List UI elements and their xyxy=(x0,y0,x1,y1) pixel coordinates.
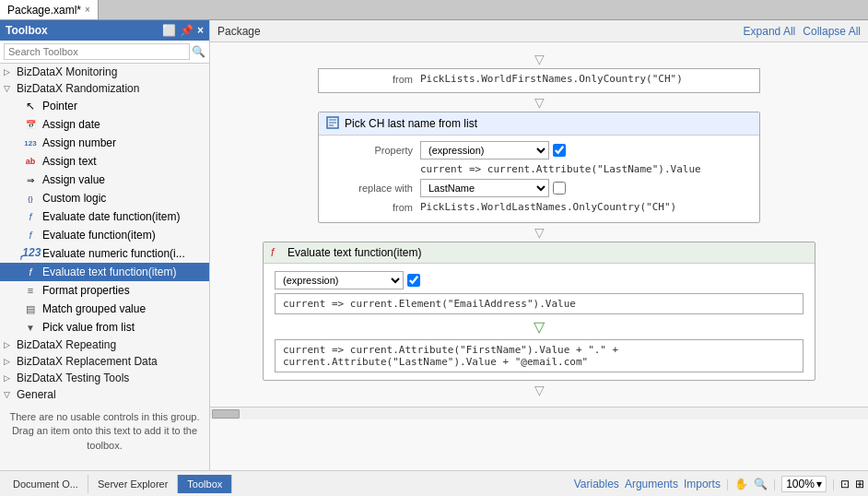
property-select[interactable]: (expression) xyxy=(420,141,549,159)
eval-expression-select[interactable]: (expression) xyxy=(275,271,404,289)
from-label-top: from xyxy=(330,74,413,85)
close-icon[interactable]: × xyxy=(197,24,204,37)
canvas-header: Package Expand All Collapse All xyxy=(210,20,868,42)
group-randomization-label: BizDataX Randomization xyxy=(17,82,139,95)
group-general-header[interactable]: ▽ General xyxy=(0,386,209,403)
separator-2: | xyxy=(773,478,776,490)
breadcrumb: Package xyxy=(217,25,261,38)
item-eval-num-label: Evaluate numeric function(i... xyxy=(42,247,185,260)
toolbox-item-eval-text[interactable]: f Evaluate text function(item) xyxy=(0,263,209,281)
pin-icon[interactable]: ⬜ xyxy=(162,24,176,37)
expand-randomization-icon: ▽ xyxy=(4,84,15,93)
toolbox-item-assign-date[interactable]: 📅 Assign date xyxy=(0,115,209,134)
search-canvas-icon[interactable]: 🔍 xyxy=(754,478,768,490)
toolbox-item-assign-value[interactable]: ⇒ Assign value xyxy=(0,171,209,189)
eval-date-icon: f xyxy=(22,209,39,224)
arrow-down-1: ▽ xyxy=(534,52,545,66)
arrow-down-2: ▽ xyxy=(534,95,545,110)
group-replacement-header[interactable]: ▷ BizDataX Replacement Data xyxy=(0,353,209,370)
search-input[interactable] xyxy=(4,43,190,60)
main-area: Toolbox ⬜ 📌 × 🔍 ▷ BizDataX Monitoring xyxy=(0,20,868,470)
eval-result-expr: current => current.Attribute("FirstName"… xyxy=(275,339,803,372)
collapse-all-button[interactable]: Collapse All xyxy=(803,25,861,38)
toolbox-item-assign-number[interactable]: 123 Assign number xyxy=(0,134,209,152)
item-match-grouped-label: Match grouped value xyxy=(42,302,146,315)
imports-link[interactable]: Imports xyxy=(684,478,721,490)
fit-diagram-icon[interactable]: ⊡ xyxy=(840,478,850,490)
group-testing-label: BizDataX Testing Tools xyxy=(17,372,129,384)
toolbox-item-match-grouped[interactable]: ▤ Match grouped value xyxy=(0,300,209,318)
canvas-header-actions: Expand All Collapse All xyxy=(744,25,861,38)
tab-package-xaml[interactable]: Package.xaml* × xyxy=(0,0,99,19)
replace-with-checkbox[interactable] xyxy=(553,182,566,195)
tab-toolbox[interactable]: Toolbox xyxy=(178,475,232,493)
group-monitoring-label: BizDataX Monitoring xyxy=(17,65,117,78)
bottom-tabs-left: Document O... Server Explorer Toolbox xyxy=(4,475,232,493)
eval-expr-row: (expression) xyxy=(275,271,803,289)
group-repeating-header[interactable]: ▷ BizDataX Repeating xyxy=(0,337,209,353)
canvas-scroll[interactable]: ▽ from PickLists.WorldFirstNames.OnlyCou… xyxy=(210,42,868,470)
item-assign-value-label: Assign value xyxy=(42,173,105,186)
zoom-control[interactable]: 100% ▾ xyxy=(781,476,827,492)
search-icon[interactable]: 🔍 xyxy=(192,45,205,58)
separator-3: | xyxy=(832,478,835,490)
block-pick-lastname-title: Pick CH last name from list xyxy=(345,117,477,130)
toolbox-item-pick-value[interactable]: ▼ Pick value from list xyxy=(0,318,209,337)
fit-page-icon[interactable]: ⊞ xyxy=(855,478,864,490)
arrow-down-3: ▽ xyxy=(534,225,545,240)
expand-general-icon: ▽ xyxy=(4,390,15,399)
no-controls-message: There are no usable controls in this gro… xyxy=(0,403,209,460)
toolbox-item-eval-date[interactable]: f Evaluate date function(item) xyxy=(0,207,209,226)
group-testing-header[interactable]: ▷ BizDataX Testing Tools xyxy=(0,370,209,386)
item-eval-date-label: Evaluate date function(item) xyxy=(42,210,180,223)
arguments-link[interactable]: Arguments xyxy=(625,478,678,490)
connector-bottom: ▽ xyxy=(217,381,861,399)
horizontal-scrollbar[interactable] xyxy=(210,407,868,419)
bottom-tabs-right: Variables Arguments Imports | ✋ 🔍 | 100%… xyxy=(574,476,864,492)
block-pick-lastname: Pick CH last name from list Property (ex… xyxy=(318,112,760,223)
assign-date-icon: 📅 xyxy=(22,117,39,132)
tab-document-outline[interactable]: Document O... xyxy=(4,475,88,493)
toolbox-panel: Toolbox ⬜ 📌 × 🔍 ▷ BizDataX Monitoring xyxy=(0,20,210,470)
workflow-container: ▽ from PickLists.WorldFirstNames.OnlyCou… xyxy=(210,42,868,407)
item-format-props-label: Format properties xyxy=(42,284,130,297)
h-scroll-thumb[interactable] xyxy=(212,409,240,419)
tab-server-explorer[interactable]: Server Explorer xyxy=(88,475,178,493)
group-monitoring-header[interactable]: ▷ BizDataX Monitoring xyxy=(0,64,209,80)
eval-text-icon: f xyxy=(22,265,39,279)
dock-icon[interactable]: 📌 xyxy=(180,24,194,37)
eval-expr-checkbox[interactable] xyxy=(407,274,420,287)
property-row: Property (expression) xyxy=(330,141,748,159)
assign-value-icon: ⇒ xyxy=(22,172,39,187)
group-replacement: ▷ BizDataX Replacement Data xyxy=(0,353,209,370)
replace-with-select[interactable]: LastName xyxy=(420,179,549,197)
variables-link[interactable]: Variables xyxy=(574,478,619,490)
item-eval-fn-label: Evaluate function(item) xyxy=(42,229,156,242)
eval-text-block-icon: f xyxy=(271,246,284,259)
arrow-down-4: ▽ xyxy=(534,383,545,397)
zoom-value: 100% xyxy=(786,478,815,490)
toolbox-item-pointer[interactable]: ↖ Pointer xyxy=(0,97,209,115)
from-row-top: from PickLists.WorldFirstNames.OnlyCount… xyxy=(330,73,748,85)
expand-repeating-icon: ▷ xyxy=(4,340,15,349)
toolbox-item-format-props[interactable]: ≡ Format properties xyxy=(0,281,209,300)
canvas-area: Package Expand All Collapse All ▽ from P… xyxy=(210,20,868,470)
connector-2: ▽ xyxy=(217,223,861,242)
property-label: Property xyxy=(330,145,413,156)
zoom-dropdown-icon[interactable]: ▾ xyxy=(816,478,822,490)
group-monitoring: ▷ BizDataX Monitoring xyxy=(0,64,209,80)
toolbox-item-eval-num[interactable]: f123 Evaluate numeric function(i... xyxy=(0,244,209,263)
tab-close-icon[interactable]: × xyxy=(85,5,90,15)
block-pick-icon xyxy=(326,116,341,131)
property-checkbox[interactable] xyxy=(553,144,566,157)
block-eval-text-header: f Evaluate text function(item) xyxy=(264,242,815,264)
group-testing: ▷ BizDataX Testing Tools xyxy=(0,370,209,386)
hand-tool-icon[interactable]: ✋ xyxy=(734,478,748,490)
group-randomization-header[interactable]: ▽ BizDataX Randomization xyxy=(0,80,209,97)
toolbox-item-custom-logic[interactable]: {} Custom logic xyxy=(0,189,209,207)
toolbox-item-eval-fn[interactable]: f Evaluate function(item) xyxy=(0,226,209,244)
toolbox-item-assign-text[interactable]: ab Assign text xyxy=(0,152,209,171)
pointer-icon: ↖ xyxy=(22,99,39,113)
group-general-label: General xyxy=(17,388,56,401)
expand-all-button[interactable]: Expand All xyxy=(744,25,796,38)
